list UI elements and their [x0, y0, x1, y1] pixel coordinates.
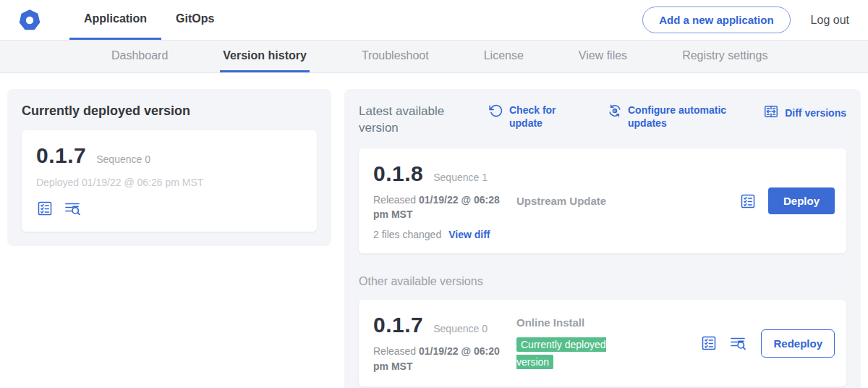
preflight-checks-icon[interactable] [739, 193, 757, 210]
files-changed-label: 2 files changed [373, 229, 441, 240]
redeploy-button[interactable]: Redeploy [761, 329, 835, 358]
top-tabs: Application GitOps [69, 0, 229, 40]
currently-deployed-panel: Currently deployed version 0.1.7 Sequenc… [7, 89, 331, 246]
version-number: 0.1.8 [373, 161, 423, 186]
deployed-timestamp: Deployed 01/19/22 @ 06:26 pm MST [36, 177, 302, 188]
top-nav: Application GitOps Add a new application… [0, 0, 868, 41]
currently-deployed-title: Currently deployed version [22, 104, 317, 119]
tab-gitops-label: GitOps [176, 12, 214, 25]
deployed-card-actions [36, 200, 302, 217]
subnav-item-view-files[interactable]: View files [576, 41, 630, 72]
files-changed-row: 2 files changed View diff [373, 229, 516, 240]
app-logo-icon [19, 9, 41, 31]
version-row: 0.1.7 Sequence 0 [373, 313, 516, 337]
sequence-label: Sequence 1 [433, 172, 488, 183]
version-number: 0.1.7 [373, 313, 423, 337]
badge-wrap: Currently deployed version [516, 336, 634, 371]
deploy-button[interactable]: Deploy [768, 187, 835, 214]
released-prefix: Released [373, 345, 416, 357]
version-row: 0.1.8 Sequence 1 [373, 161, 516, 186]
available-versions-panel: Latest available version Check for updat… [344, 89, 861, 388]
topnav-right: Add a new application Log out [642, 0, 849, 40]
subnav-item-license[interactable]: License [481, 41, 527, 72]
preflight-checks-icon[interactable] [36, 200, 54, 217]
released-timestamp: Released 01/19/22 @ 06:28 pm MST [373, 193, 512, 222]
other-version-info: 0.1.7 Sequence 0 Released 01/19/22 @ 06:… [373, 313, 516, 374]
configure-automatic-updates-label: Configure automatic updates [628, 104, 744, 130]
diff-versions-button[interactable]: Diff versions [763, 104, 846, 122]
released-timestamp: Released 01/19/22 @ 06:20 pm MST [373, 344, 512, 374]
diff-icon [763, 104, 779, 122]
subnav-item-version-history[interactable]: Version history [220, 41, 310, 72]
view-diff-link[interactable]: View diff [448, 229, 490, 240]
version-row: 0.1.7 Sequence 0 [36, 143, 302, 168]
check-for-update-button[interactable]: Check for update [489, 104, 570, 130]
latest-version-actions: Deploy [739, 187, 835, 214]
sequence-label: Sequence 0 [96, 153, 150, 165]
latest-version-card: 0.1.8 Sequence 1 Released 01/19/22 @ 06:… [359, 148, 846, 254]
subnav-item-dashboard[interactable]: Dashboard [109, 41, 171, 72]
latest-version-source: Upstream Update [516, 195, 739, 207]
check-for-update-label: Check for update [509, 104, 570, 130]
diff-versions-label: Diff versions [785, 106, 846, 119]
view-logs-icon[interactable] [729, 334, 746, 352]
released-prefix: Released [373, 194, 416, 206]
preflight-checks-icon[interactable] [700, 334, 718, 352]
version-source-label: Upstream Update [516, 195, 732, 207]
main-content: Currently deployed version 0.1.7 Sequenc… [0, 73, 868, 388]
deployed-version-card: 0.1.7 Sequence 0 Deployed 01/19/22 @ 06:… [22, 130, 317, 232]
subnav-item-troubleshoot[interactable]: Troubleshoot [359, 41, 432, 72]
available-versions-header: Latest available version Check for updat… [359, 104, 846, 137]
latest-version-info: 0.1.8 Sequence 1 Released 01/19/22 @ 06:… [373, 161, 516, 241]
view-logs-icon[interactable] [64, 200, 81, 217]
subnav-item-registry-settings[interactable]: Registry settings [679, 41, 770, 72]
other-version-actions: Redeploy [700, 329, 835, 358]
add-application-button[interactable]: Add a new application [642, 7, 790, 33]
other-version-source: Online Install Currently deployed versio… [516, 316, 700, 371]
logout-link[interactable]: Log out [811, 14, 849, 27]
latest-available-title: Latest available version [359, 104, 453, 137]
other-version-card: 0.1.7 Sequence 0 Released 01/19/22 @ 06:… [359, 300, 846, 387]
currently-deployed-badge: Currently deployed version [516, 337, 606, 369]
refresh-icon [489, 104, 503, 121]
version-number: 0.1.7 [36, 143, 86, 168]
tab-application[interactable]: Application [69, 0, 161, 40]
auto-update-icon [608, 104, 622, 121]
tab-gitops[interactable]: GitOps [161, 0, 229, 40]
configure-automatic-updates-button[interactable]: Configure automatic updates [608, 104, 744, 130]
sub-nav: Dashboard Version history Troubleshoot L… [0, 41, 868, 73]
sequence-label: Sequence 0 [433, 323, 488, 334]
tab-application-label: Application [84, 12, 147, 25]
other-versions-title: Other available versions [359, 275, 846, 288]
version-source-label: Online Install [516, 316, 693, 329]
